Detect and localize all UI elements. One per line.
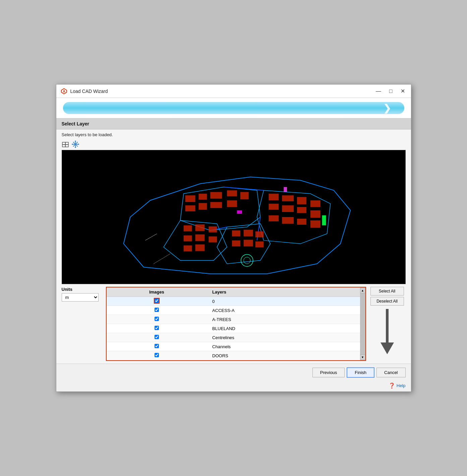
- layers-outer: Images Layers 0ACCESS-AA-TREESBLUELANDCe…: [106, 287, 406, 361]
- layer-name: DOORS: [207, 351, 360, 360]
- svg-rect-33: [198, 203, 207, 210]
- layer-name: Channels: [207, 342, 360, 351]
- scroll-up-button[interactable]: ▲: [360, 288, 365, 293]
- select-all-button[interactable]: Select All: [370, 287, 404, 296]
- table-row: Centrelines: [107, 333, 360, 342]
- svg-point-12: [72, 144, 73, 145]
- arrow-annotation: [381, 309, 394, 354]
- right-panel: Select All Deselect All: [369, 287, 406, 354]
- svg-rect-55: [255, 242, 264, 248]
- close-button[interactable]: ✕: [399, 87, 407, 95]
- table-row: ACCESS-A: [107, 306, 360, 315]
- checkbox-cell: [107, 324, 207, 333]
- minimize-button[interactable]: —: [374, 88, 383, 95]
- svg-rect-49: [255, 231, 264, 237]
- svg-point-11: [75, 147, 76, 148]
- checkbox-cell: [107, 297, 207, 306]
- svg-rect-35: [227, 200, 237, 207]
- layer-icon[interactable]: [62, 141, 69, 148]
- svg-rect-43: [310, 220, 320, 228]
- svg-point-10: [75, 141, 76, 142]
- checkbox-cell: [107, 306, 207, 315]
- svg-rect-47: [232, 230, 240, 236]
- svg-rect-56: [183, 246, 192, 252]
- svg-rect-52: [209, 236, 217, 243]
- svg-rect-14: [83, 150, 384, 284]
- cancel-button[interactable]: Cancel: [376, 368, 405, 377]
- snowflake-icon[interactable]: [72, 141, 79, 148]
- layer-checkbox[interactable]: [155, 308, 159, 312]
- cad-preview: [62, 150, 406, 284]
- svg-rect-37: [282, 205, 294, 212]
- checkbox-cell: [107, 342, 207, 351]
- svg-rect-30: [297, 197, 306, 204]
- svg-rect-51: [195, 234, 205, 241]
- layer-checkbox[interactable]: [155, 317, 159, 321]
- svg-rect-25: [210, 192, 222, 199]
- svg-rect-44: [183, 225, 192, 231]
- svg-rect-26: [227, 190, 237, 196]
- layer-checkbox[interactable]: [155, 326, 159, 330]
- layers-table: Images Layers 0ACCESS-AA-TREESBLUELANDCe…: [107, 287, 360, 360]
- layer-name: A-TREES: [207, 315, 360, 324]
- layer-name: 0: [207, 297, 360, 306]
- arrow-head: [381, 342, 394, 354]
- svg-rect-54: [243, 240, 253, 247]
- layer-checkbox[interactable]: [155, 299, 159, 303]
- svg-rect-32: [185, 205, 195, 211]
- svg-rect-24: [198, 194, 207, 200]
- svg-rect-50: [183, 235, 192, 242]
- images-column-header: Images: [107, 287, 207, 297]
- svg-rect-39: [310, 210, 320, 218]
- svg-rect-28: [269, 194, 279, 200]
- svg-rect-42: [297, 219, 306, 225]
- layer-checkbox[interactable]: [155, 353, 159, 357]
- section-description: Select layers to be loaded.: [56, 129, 411, 139]
- layer-name: BLUELAND: [207, 324, 360, 333]
- table-row: DOORS: [107, 351, 360, 360]
- previous-button[interactable]: Previous: [312, 368, 345, 377]
- svg-rect-53: [232, 241, 240, 247]
- layers-scrollbar: ▲ ▼: [360, 287, 365, 360]
- footer: Previous Finish Cancel: [56, 364, 411, 381]
- layers-container: Images Layers 0ACCESS-AA-TREESBLUELANDCe…: [106, 287, 366, 361]
- layer-name: ACCESS-A: [207, 306, 360, 315]
- scroll-thumb[interactable]: [360, 293, 365, 355]
- progress-bar: ❯: [63, 102, 404, 114]
- maximize-button[interactable]: □: [387, 88, 395, 95]
- svg-rect-2: [62, 142, 65, 145]
- table-row: 0: [107, 297, 360, 306]
- progress-area: ❯: [56, 98, 411, 118]
- bottom-section: Units m ft cm mm: [56, 284, 411, 364]
- table-row: Channels: [107, 342, 360, 351]
- checkbox-cell: [107, 315, 207, 324]
- title-bar-controls: — □ ✕: [374, 87, 407, 95]
- svg-rect-62: [322, 215, 326, 225]
- layers-column-header: Layers: [207, 287, 360, 297]
- layer-checkbox[interactable]: [155, 344, 159, 348]
- svg-rect-41: [282, 217, 294, 224]
- deselect-all-button[interactable]: Deselect All: [370, 297, 404, 306]
- title-bar: A Load CAD Wizard — □ ✕: [56, 85, 411, 98]
- layers-scroll-container: Images Layers 0ACCESS-AA-TREESBLUELANDCe…: [107, 287, 365, 360]
- select-buttons: Select All Deselect All: [370, 287, 404, 306]
- svg-rect-23: [185, 195, 195, 202]
- progress-arrow: ❯: [383, 103, 391, 114]
- scroll-down-button[interactable]: ▼: [360, 355, 365, 360]
- help-link[interactable]: Help: [397, 383, 406, 388]
- svg-rect-3: [65, 142, 68, 145]
- svg-rect-29: [282, 195, 294, 201]
- title-bar-left: A Load CAD Wizard: [60, 88, 108, 95]
- svg-rect-31: [310, 200, 320, 207]
- units-select[interactable]: m ft cm mm: [62, 293, 99, 302]
- svg-rect-63: [237, 210, 242, 214]
- table-row: BLUELAND: [107, 324, 360, 333]
- svg-rect-4: [62, 145, 65, 147]
- layer-name: Centrelines: [207, 333, 360, 342]
- finish-button[interactable]: Finish: [347, 367, 374, 378]
- table-row: A-TREES: [107, 315, 360, 324]
- app-icon: A: [60, 88, 68, 95]
- layer-checkbox[interactable]: [155, 335, 159, 339]
- units-label: Units: [62, 287, 102, 292]
- help-area: ❓ Help: [56, 381, 411, 391]
